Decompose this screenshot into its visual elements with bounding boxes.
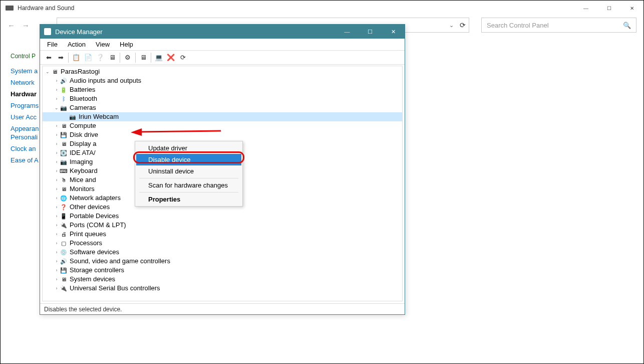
expand-arrow-icon[interactable]: ⌄ bbox=[45, 67, 51, 76]
tb-refresh-icon[interactable]: ⟳ bbox=[177, 52, 188, 63]
menu-view[interactable]: View bbox=[92, 40, 114, 49]
address-dropdown-icon[interactable]: ⌄ bbox=[449, 22, 454, 29]
search-icon[interactable]: 🔍 bbox=[623, 22, 631, 29]
tree-category-cameras[interactable]: ⌄📷Cameras bbox=[43, 103, 402, 112]
ctx-disable-device[interactable]: Disable device bbox=[136, 154, 241, 165]
tree-label: System devices bbox=[70, 275, 115, 284]
tb-back-icon[interactable]: ⬅ bbox=[43, 52, 54, 63]
tree-device-iriunwebcam[interactable]: 📷Iriun Webcam bbox=[43, 112, 402, 121]
expand-arrow-icon[interactable]: › bbox=[54, 166, 60, 175]
tb-delete-icon[interactable]: ❌ bbox=[165, 52, 176, 63]
tree-label: Batteries bbox=[70, 85, 95, 94]
expand-arrow-icon[interactable]: › bbox=[54, 157, 60, 166]
ctx-scan-for-hardware-changes[interactable]: Scan for hardware changes bbox=[136, 179, 241, 191]
expand-arrow-icon[interactable]: › bbox=[54, 185, 60, 194]
tree-category-storagecontrollers[interactable]: ›💾Storage controllers bbox=[43, 266, 402, 275]
tree-category-softwaredevices[interactable]: ›💿Software devices bbox=[43, 248, 402, 257]
control-panel-icon bbox=[6, 6, 14, 11]
tb-pc-icon[interactable]: 💻 bbox=[153, 52, 164, 63]
tb-sep bbox=[120, 53, 120, 63]
tb-gear-icon[interactable]: ⚙ bbox=[122, 52, 133, 63]
device-icon: 🔋 bbox=[60, 86, 68, 93]
menu-action[interactable]: Action bbox=[64, 40, 90, 49]
ctx-properties[interactable]: Properties bbox=[136, 194, 241, 205]
expand-arrow-icon[interactable]: › bbox=[54, 275, 60, 284]
menu-help[interactable]: Help bbox=[116, 40, 137, 49]
tree-category-systemdevices[interactable]: ›🖥System devices bbox=[43, 275, 402, 284]
dm-title-text: Device Manager bbox=[55, 28, 103, 36]
tree-category-printqueues[interactable]: ›🖨Print queues bbox=[43, 230, 402, 239]
tree-category-processors[interactable]: ›▢Processors bbox=[43, 239, 402, 248]
device-icon: 💽 bbox=[60, 149, 68, 156]
device-icon: ᛒ bbox=[60, 95, 68, 102]
expand-arrow-icon[interactable]: › bbox=[54, 248, 60, 257]
search-placeholder: Search Control Panel bbox=[487, 22, 549, 29]
expand-arrow-icon[interactable]: › bbox=[54, 139, 60, 148]
expand-arrow-icon[interactable]: › bbox=[54, 239, 60, 248]
tb-sep bbox=[68, 53, 69, 63]
bg-maximize-button[interactable]: ☐ bbox=[597, 1, 620, 16]
device-icon: 🖨 bbox=[60, 231, 68, 238]
ctx-update-driver[interactable]: Update driver bbox=[136, 142, 241, 154]
tree-category-portabledevices[interactable]: ›📱Portable Devices bbox=[43, 212, 402, 221]
expand-arrow-icon[interactable]: › bbox=[54, 221, 60, 230]
expand-arrow-icon[interactable]: › bbox=[54, 194, 60, 203]
device-icon: 📷 bbox=[60, 158, 68, 165]
tree-category-soundvideoandgamecontrollers[interactable]: ›🔊Sound, video and game controllers bbox=[43, 257, 402, 266]
tree-category-compute[interactable]: ›🖥Compute bbox=[43, 121, 402, 130]
expand-arrow-icon[interactable]: › bbox=[54, 130, 60, 139]
expand-arrow-icon[interactable]: ⌄ bbox=[54, 103, 60, 112]
tree-label: Processors bbox=[70, 239, 102, 248]
tb-screen-icon[interactable]: 🖥 bbox=[107, 52, 118, 63]
expand-arrow-icon[interactable]: › bbox=[54, 85, 60, 94]
device-icon: 💾 bbox=[60, 131, 68, 138]
tb-page-icon[interactable]: 📄 bbox=[83, 52, 94, 63]
expand-arrow-icon[interactable]: › bbox=[54, 230, 60, 239]
tree-label: Sound, video and game controllers bbox=[70, 257, 170, 266]
menu-file[interactable]: File bbox=[43, 40, 62, 49]
tb-props-icon[interactable]: 📋 bbox=[71, 52, 82, 63]
tree-root[interactable]: ⌄🖥ParasRastogi bbox=[43, 67, 402, 76]
tb-monitor-icon[interactable]: 🖥 bbox=[138, 52, 149, 63]
dm-close-button[interactable]: ✕ bbox=[382, 25, 405, 39]
tree-label: ParasRastogi bbox=[61, 67, 100, 76]
tree-category-portscomlpt[interactable]: ›🔌Ports (COM & LPT) bbox=[43, 221, 402, 230]
device-icon: 📷 bbox=[60, 104, 68, 111]
expand-arrow-icon[interactable]: › bbox=[54, 257, 60, 266]
expand-arrow-icon[interactable]: › bbox=[54, 94, 60, 103]
expand-arrow-icon[interactable]: › bbox=[54, 121, 60, 130]
expand-arrow-icon[interactable]: › bbox=[54, 266, 60, 275]
back-arrow-icon[interactable]: ← bbox=[8, 21, 15, 30]
bg-close-button[interactable]: ✕ bbox=[620, 1, 643, 16]
bg-titlebar: Hardware and Sound bbox=[1, 1, 643, 16]
refresh-icon[interactable]: ⟳ bbox=[460, 21, 466, 29]
forward-arrow-icon[interactable]: → bbox=[22, 21, 30, 30]
expand-arrow-icon[interactable]: › bbox=[54, 76, 60, 85]
ctx-separator bbox=[139, 192, 238, 193]
tb-help-icon[interactable]: ❔ bbox=[95, 52, 106, 63]
tree-category-bluetooth[interactable]: ›ᛒBluetooth bbox=[43, 94, 402, 103]
bg-title-text: Hardware and Sound bbox=[18, 5, 74, 12]
dm-minimize-button[interactable]: — bbox=[336, 25, 359, 39]
tree-label: Cameras bbox=[70, 103, 96, 112]
expand-arrow-icon[interactable]: › bbox=[54, 212, 60, 221]
device-icon: ▢ bbox=[60, 240, 68, 247]
tree-category-diskdrive[interactable]: ›💾Disk drive bbox=[43, 130, 402, 139]
device-icon: 🖥 bbox=[60, 186, 68, 193]
expand-arrow-icon[interactable]: › bbox=[54, 148, 60, 157]
tree-category-audioinputsandoutputs[interactable]: ›🔊Audio inputs and outputs bbox=[43, 76, 402, 85]
tree-category-universalserialbuscontrollers[interactable]: ›🔌Universal Serial Bus controllers bbox=[43, 284, 402, 293]
tree-category-batteries[interactable]: ›🔋Batteries bbox=[43, 85, 402, 94]
device-icon: 🖱 bbox=[60, 176, 68, 184]
dm-maximize-button[interactable]: ☐ bbox=[359, 25, 382, 39]
tree-label: Bluetooth bbox=[70, 94, 97, 103]
device-icon: 🌐 bbox=[60, 195, 68, 202]
search-box[interactable]: Search Control Panel 🔍 bbox=[481, 18, 636, 33]
expand-arrow-icon[interactable]: › bbox=[54, 175, 60, 185]
expand-arrow-icon[interactable]: › bbox=[54, 203, 60, 212]
ctx-uninstall-device[interactable]: Uninstall device bbox=[136, 165, 241, 177]
bg-minimize-button[interactable]: — bbox=[574, 1, 597, 16]
tb-forward-icon[interactable]: ➡ bbox=[55, 52, 66, 63]
expand-arrow-icon[interactable]: › bbox=[54, 284, 60, 293]
device-manager-icon bbox=[44, 28, 51, 35]
